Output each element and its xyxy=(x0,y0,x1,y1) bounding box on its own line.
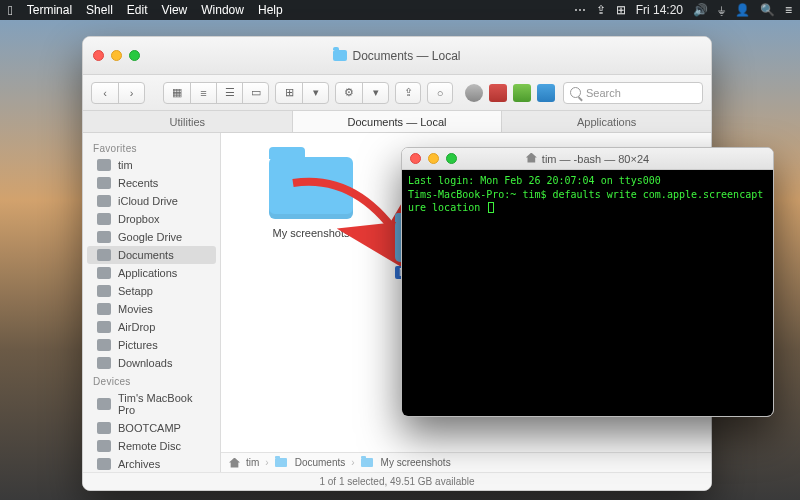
window-controls xyxy=(93,50,140,61)
status-icon[interactable]: ⇪ xyxy=(596,3,606,17)
cursor-icon xyxy=(488,202,494,213)
tags-button[interactable]: ○ xyxy=(427,82,453,104)
cloud-icon xyxy=(97,195,111,207)
search-input[interactable]: Search xyxy=(563,82,703,104)
menubar-item[interactable]: Window xyxy=(201,3,244,17)
wifi-icon[interactable]: ⏚ xyxy=(718,3,725,17)
file-item-folder[interactable]: My screenshots xyxy=(269,157,353,239)
action-menu[interactable]: ⚙▾ xyxy=(335,82,389,104)
sidebar-item-gdrive[interactable]: Google Drive xyxy=(87,228,216,246)
menubar-item[interactable]: Help xyxy=(258,3,283,17)
sidebar-device[interactable]: Tim's MacBook Pro xyxy=(87,389,216,419)
documents-icon xyxy=(97,249,111,261)
terminal-title-text: tim — -bash — 80×24 xyxy=(542,153,649,165)
clock-icon xyxy=(97,177,111,189)
toolbar-icon[interactable] xyxy=(489,84,507,102)
terminal-titlebar[interactable]: tim — -bash — 80×24 xyxy=(402,148,773,170)
arrange-menu[interactable]: ⊞▾ xyxy=(275,82,329,104)
nav-back-forward[interactable]: ‹› xyxy=(91,82,145,104)
path-bar: tim › Documents › My screenshots xyxy=(221,452,711,472)
sidebar-device[interactable]: Remote Disc xyxy=(87,437,216,455)
terminal-window: tim — -bash — 80×24 Last login: Mon Feb … xyxy=(401,147,774,417)
tab-utilities[interactable]: Utilities xyxy=(83,111,293,132)
volume-icon[interactable]: 🔊 xyxy=(693,3,708,17)
terminal-title: tim — -bash — 80×24 xyxy=(402,153,773,165)
finder-titlebar[interactable]: Documents — Local xyxy=(83,37,711,75)
sidebar-heading: Favorites xyxy=(83,139,220,156)
dropbox-icon xyxy=(97,213,111,225)
folder-label: My screenshots xyxy=(269,227,353,239)
status-icon[interactable]: ⋯ xyxy=(574,3,586,17)
menubar-item[interactable]: View xyxy=(161,3,187,17)
downloads-icon xyxy=(97,357,111,369)
applications-icon xyxy=(97,267,111,279)
spotlight-icon[interactable]: 🔍 xyxy=(760,3,775,17)
sidebar-item-applications[interactable]: Applications xyxy=(87,264,216,282)
sidebar-item-setapp[interactable]: Setapp xyxy=(87,282,216,300)
path-segment[interactable]: Documents xyxy=(295,457,346,468)
menubar-app[interactable]: Terminal xyxy=(27,3,72,17)
apple-menu-icon[interactable]:  xyxy=(8,3,13,18)
disk-icon xyxy=(97,458,111,470)
movies-icon xyxy=(97,303,111,315)
sidebar-item-movies[interactable]: Movies xyxy=(87,300,216,318)
toolbar-icon[interactable] xyxy=(513,84,531,102)
toolbar-icon[interactable] xyxy=(465,84,483,102)
tab-documents[interactable]: Documents — Local xyxy=(293,111,503,132)
toolbar-app-icons xyxy=(465,84,555,102)
close-button[interactable] xyxy=(410,153,421,164)
folder-icon xyxy=(275,458,287,467)
toolbar-icon[interactable] xyxy=(537,84,555,102)
sidebar-item-dropbox[interactable]: Dropbox xyxy=(87,210,216,228)
user-icon[interactable]: 👤 xyxy=(735,3,750,17)
finder-title: Documents — Local xyxy=(83,49,711,63)
sidebar-heading: Devices xyxy=(83,372,220,389)
menubar-status-area: ⋯ ⇪ ⊞ Fri 14:20 🔊 ⏚ 👤 🔍 ≡ xyxy=(574,3,792,17)
minimize-button[interactable] xyxy=(111,50,122,61)
menubar-item[interactable]: Edit xyxy=(127,3,148,17)
laptop-icon xyxy=(97,398,111,410)
menu-icon[interactable]: ≡ xyxy=(785,3,792,17)
sidebar-item-home[interactable]: tim xyxy=(87,156,216,174)
home-icon xyxy=(97,159,111,171)
zoom-button[interactable] xyxy=(129,50,140,61)
menubar-item[interactable]: Shell xyxy=(86,3,113,17)
tab-applications[interactable]: Applications xyxy=(502,111,711,132)
disk-icon xyxy=(97,422,111,434)
airdrop-icon xyxy=(97,321,111,333)
terminal-body[interactable]: Last login: Mon Feb 26 20:07:04 on ttys0… xyxy=(402,170,773,416)
macos-menubar:  Terminal Shell Edit View Window Help ⋯… xyxy=(0,0,800,20)
finder-toolbar: ‹› ▦≡☰▭ ⊞▾ ⚙▾ ⇪ ○ Search xyxy=(83,75,711,111)
folder-icon xyxy=(269,157,353,219)
close-button[interactable] xyxy=(93,50,104,61)
window-controls xyxy=(410,153,457,164)
path-segment[interactable]: My screenshots xyxy=(381,457,451,468)
menubar-clock[interactable]: Fri 14:20 xyxy=(636,3,683,17)
sidebar-item-documents[interactable]: Documents xyxy=(87,246,216,264)
zoom-button[interactable] xyxy=(446,153,457,164)
sidebar-item-airdrop[interactable]: AirDrop xyxy=(87,318,216,336)
minimize-button[interactable] xyxy=(428,153,439,164)
sidebar-item-pictures[interactable]: Pictures xyxy=(87,336,216,354)
gdrive-icon xyxy=(97,231,111,243)
finder-title-text: Documents — Local xyxy=(352,49,460,63)
folder-icon xyxy=(333,50,347,61)
finder-tabbar: Utilities Documents — Local Applications xyxy=(83,111,711,133)
terminal-prompt: Tims-MacBook-Pro:~ tim$ xyxy=(408,189,553,200)
share-button[interactable]: ⇪ xyxy=(395,82,421,104)
search-icon xyxy=(570,87,581,98)
sidebar-device[interactable]: Archives xyxy=(87,455,216,472)
sidebar-device[interactable]: BOOTCAMP xyxy=(87,419,216,437)
sidebar-item-icloud[interactable]: iCloud Drive xyxy=(87,192,216,210)
status-icon[interactable]: ⊞ xyxy=(616,3,626,17)
sidebar-item-downloads[interactable]: Downloads xyxy=(87,354,216,372)
setapp-icon xyxy=(97,285,111,297)
path-segment[interactable]: tim xyxy=(246,457,259,468)
search-placeholder: Search xyxy=(586,87,621,99)
home-icon xyxy=(229,458,240,468)
finder-sidebar: Favorites tim Recents iCloud Drive Dropb… xyxy=(83,133,221,472)
pictures-icon xyxy=(97,339,111,351)
view-switcher[interactable]: ▦≡☰▭ xyxy=(163,82,269,104)
sidebar-item-recents[interactable]: Recents xyxy=(87,174,216,192)
folder-icon xyxy=(361,458,373,467)
